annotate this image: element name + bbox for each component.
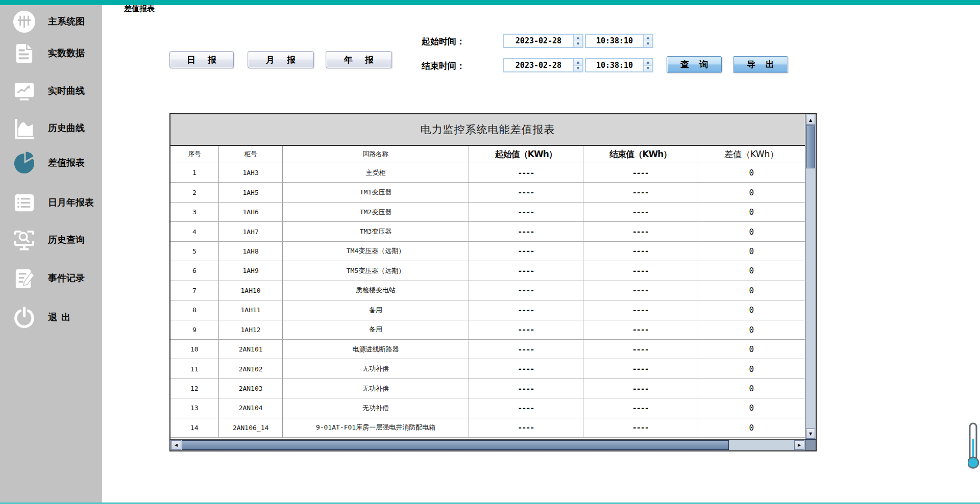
spinner-down-icon[interactable]: ▼	[644, 66, 652, 72]
sidebar: 主系统图 实数数据 实时曲线 历史曲线 差值报表 日月年报表 历史查询 事件记录…	[0, 5, 102, 502]
sidebar-item-diff-report[interactable]: 差值报表	[0, 146, 102, 179]
vertical-scroll-thumb[interactable]	[806, 125, 815, 168]
end-time-value[interactable]: 10:38:10	[586, 59, 643, 71]
spinner-down-icon[interactable]: ▼	[574, 66, 582, 72]
query-button[interactable]: 查 询	[667, 56, 722, 73]
spinner-up-icon[interactable]: ▲	[644, 59, 652, 66]
sidebar-item-history-curve[interactable]: 历史曲线	[0, 112, 102, 144]
page-title: 差值报表	[124, 4, 155, 14]
start-time-label: 起始时间：	[422, 36, 465, 47]
spinner-up-icon[interactable]: ▲	[574, 59, 582, 66]
vertical-scrollbar[interactable]: ▲ ▼	[805, 114, 816, 439]
cell-end-value: ----	[583, 379, 698, 398]
cell-end-value: ----	[583, 203, 698, 221]
scroll-right-button[interactable]: ▶	[794, 440, 804, 450]
column-header: 差值（KWh）	[698, 146, 805, 163]
cell-end-value: ----	[583, 163, 698, 182]
cell-cabinet-no: 1AH12	[219, 320, 283, 339]
cell-diff-value: 0	[698, 340, 805, 359]
start-time-value[interactable]: 10:38:10	[586, 35, 643, 47]
column-header: 起始值（KWh）	[469, 146, 583, 163]
sidebar-item-label: 退 出	[48, 311, 70, 323]
table-row: 3 1AH6 TM2变压器 ---- ---- 0	[170, 203, 805, 222]
cell-start-value: ----	[469, 203, 583, 221]
end-date-input[interactable]: 2023-02-28 ▲ ▼	[503, 58, 583, 72]
cell-index: 11	[170, 359, 219, 378]
spinner-down-icon[interactable]: ▼	[644, 41, 652, 47]
cell-circuit-name: 无功补偿	[283, 379, 469, 398]
horizontal-scrollbar[interactable]: ◀ ▶	[170, 439, 805, 450]
end-time-label: 结束时间：	[422, 60, 465, 72]
cell-index: 12	[170, 379, 219, 398]
cell-end-value: ----	[583, 261, 698, 280]
table-row: 11 2AN102 无功补偿 ---- ---- 0	[170, 359, 805, 379]
cell-end-value: ----	[583, 222, 698, 241]
sidebar-item-realtime-data[interactable]: 实数数据	[0, 37, 102, 69]
cell-start-value: ----	[469, 300, 583, 319]
start-time-input[interactable]: 10:38:10 ▲ ▼	[585, 34, 653, 48]
start-date-spinner[interactable]: ▲ ▼	[573, 35, 582, 47]
export-button[interactable]: 导 出	[733, 56, 788, 73]
sidebar-item-main-system[interactable]: 主系统图	[0, 5, 102, 38]
cell-cabinet-no: 1AH10	[219, 281, 283, 300]
main-system-diagram-icon	[12, 10, 36, 34]
scroll-left-button[interactable]: ◀	[171, 440, 181, 450]
cell-diff-value: 0	[698, 398, 805, 417]
table-row: 4 1AH7 TM3变压器 ---- ---- 0	[170, 222, 805, 241]
spinner-down-icon[interactable]: ▼	[574, 41, 582, 47]
cell-circuit-name: TM1变压器	[283, 183, 469, 201]
cell-cabinet-no: 2AN102	[219, 359, 283, 378]
table-row: 1 1AH3 主受柜 ---- ---- 0	[170, 163, 805, 183]
sidebar-item-realtime-curve[interactable]: 实时曲线	[0, 74, 102, 107]
cell-cabinet-no: 1AH6	[219, 203, 283, 221]
end-date-value[interactable]: 2023-02-28	[504, 59, 573, 71]
sidebar-item-history-query[interactable]: 历史查询	[0, 223, 102, 256]
cell-index: 10	[170, 340, 219, 359]
spinner-up-icon[interactable]: ▲	[574, 35, 582, 41]
table-row: 2 1AH5 TM1变压器 ---- ---- 0	[170, 183, 805, 202]
scroll-up-button[interactable]: ▲	[806, 115, 815, 125]
cell-end-value: ----	[583, 300, 698, 319]
scroll-up-icon: ▲	[809, 118, 812, 122]
pie-chart-icon	[12, 151, 36, 175]
horizontal-scroll-thumb[interactable]	[182, 440, 729, 450]
start-date-value[interactable]: 2023-02-28	[504, 35, 573, 47]
column-header: 结束值（KWh）	[583, 146, 698, 163]
start-time-spinner[interactable]: ▲ ▼	[643, 35, 652, 47]
cell-index: 5	[170, 242, 219, 261]
cell-end-value: ----	[583, 359, 698, 378]
table-row: 5 1AH8 TM4变压器（远期） ---- ---- 0	[170, 242, 805, 261]
sidebar-item-exit[interactable]: 退 出	[0, 301, 102, 334]
cell-cabinet-no: 2AN104	[219, 398, 283, 417]
cell-circuit-name: 备用	[283, 320, 469, 339]
cell-cabinet-no: 2AN103	[219, 379, 283, 398]
scroll-down-button[interactable]: ▼	[806, 429, 815, 439]
monthly-report-button[interactable]: 月 报	[248, 51, 314, 68]
cell-start-value: ----	[469, 398, 583, 417]
end-date-spinner[interactable]: ▲ ▼	[573, 59, 582, 71]
cell-index: 4	[170, 222, 219, 241]
cell-diff-value: 0	[698, 379, 805, 398]
start-date-input[interactable]: 2023-02-28 ▲ ▼	[503, 34, 583, 48]
end-time-input[interactable]: 10:38:10 ▲ ▼	[585, 58, 653, 72]
spinner-up-icon[interactable]: ▲	[644, 35, 652, 41]
cell-diff-value: 0	[698, 242, 805, 261]
daily-report-button[interactable]: 日 报	[169, 51, 234, 68]
cell-index: 3	[170, 203, 219, 221]
cell-circuit-name: 9-01AT-F01库房一层强电井消防配电箱	[283, 418, 469, 437]
column-header: 回路名称	[283, 146, 469, 163]
yearly-report-button[interactable]: 年 报	[326, 51, 392, 68]
end-time-spinner[interactable]: ▲ ▼	[643, 59, 652, 71]
sidebar-item-event-record[interactable]: 事件记录	[0, 262, 102, 294]
cell-start-value: ----	[469, 242, 583, 261]
cell-diff-value: 0	[698, 203, 805, 221]
monitor-search-icon	[12, 228, 36, 252]
cell-circuit-name: 主受柜	[283, 163, 469, 182]
cell-start-value: ----	[469, 340, 583, 359]
cell-cabinet-no: 1AH5	[219, 183, 283, 201]
sidebar-item-daily-monthly-yearly-report[interactable]: 日月年报表	[0, 186, 102, 219]
sidebar-item-label: 历史曲线	[48, 122, 85, 134]
cell-index: 2	[170, 183, 219, 201]
cell-diff-value: 0	[698, 183, 805, 201]
cell-diff-value: 0	[698, 163, 805, 182]
